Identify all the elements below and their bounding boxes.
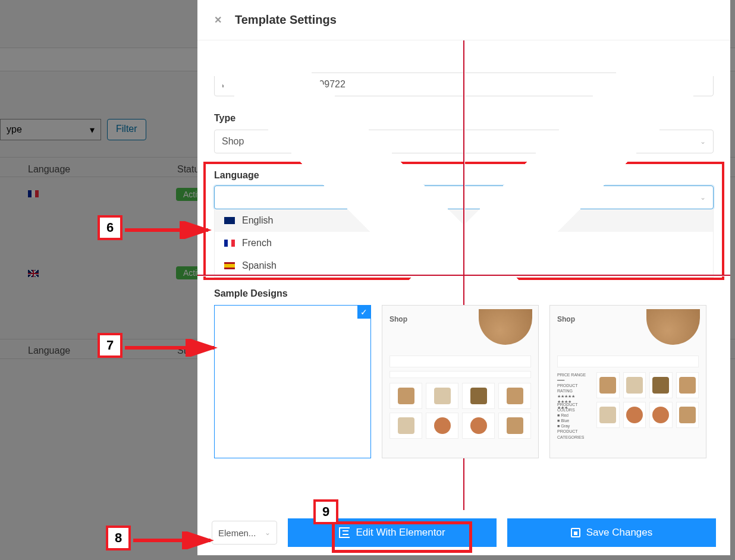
close-icon[interactable]: ✕ xyxy=(214,14,222,26)
annotation-9: 9 xyxy=(313,499,338,524)
language-option-english[interactable]: English xyxy=(215,209,713,232)
sample-designs-grid: ✓ Shop xyxy=(214,305,714,458)
arrow-icon xyxy=(133,531,216,549)
sample-design-blank[interactable]: ✓ xyxy=(214,305,371,458)
save-button-label: Save Changes xyxy=(586,527,653,539)
template-settings-modal: ✕ Template Settings Name Type Shop ⌄ Lan… xyxy=(197,0,730,555)
modal-body: Name Type Shop ⌄ Language ⌄ English Fren… xyxy=(197,40,730,510)
arrow-icon xyxy=(125,221,214,239)
sample-design-grid[interactable]: Shop xyxy=(382,305,539,458)
modal-title: Template Settings xyxy=(235,13,337,27)
annotation-number: 8 xyxy=(106,526,131,550)
flag-uk-icon xyxy=(224,217,235,224)
annotation-number: 6 xyxy=(98,215,122,240)
save-icon xyxy=(571,528,580,537)
editor-select[interactable]: Elemen... ⌄ xyxy=(212,521,277,545)
annotation-7: 7 xyxy=(98,333,122,358)
editor-select-value: Elemen... xyxy=(218,528,256,538)
annotation-6: 6 xyxy=(98,215,122,240)
sample-design-sidebar[interactable]: Shop PRICE RANGE━━━PRODUCT RATING★★★★★★★… xyxy=(549,305,706,458)
save-changes-button[interactable]: Save Changes xyxy=(507,518,716,547)
language-dropdown: English French Spanish xyxy=(214,209,714,278)
modal-header: ✕ Template Settings xyxy=(197,0,730,40)
annotation-box-9 xyxy=(332,521,472,553)
annotation-number: 7 xyxy=(98,333,122,358)
annotation-number: 9 xyxy=(313,499,338,524)
check-icon: ✓ xyxy=(357,306,370,319)
arrow-icon xyxy=(125,339,220,357)
chevron-down-icon: ⌄ xyxy=(265,528,271,537)
annotation-8: 8 xyxy=(106,526,131,550)
language-section-highlight: Language ⌄ English French Spanish xyxy=(203,162,724,280)
